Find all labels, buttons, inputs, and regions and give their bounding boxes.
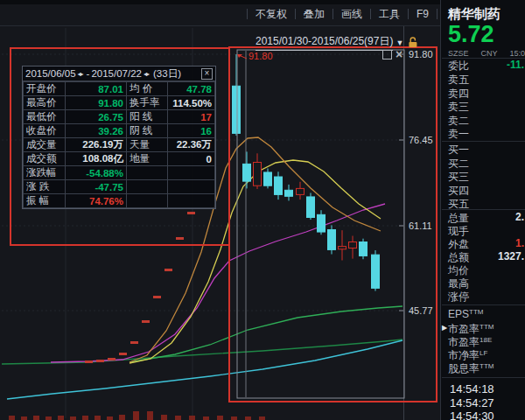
order-book-row-buy: 买三 [448,170,524,182]
mini-candle [96,360,104,362]
candle-body [372,255,380,288]
candle-body [360,242,368,256]
ratio-row[interactable]: ▶市盈率TTM [448,322,524,334]
ratio-row: 市盈率18E [448,335,524,347]
order-book-row-sell: 卖三 [448,100,524,112]
weibi-row: 委比-11. [448,59,524,71]
stat-label: 阳 线 [127,110,168,124]
candle-body [233,86,241,133]
toolbar-item-2[interactable]: 叠加 [296,7,332,22]
axis-label: 76.45 [409,135,433,145]
selection-box-controls: × [382,50,402,60]
volume-bar [82,416,88,420]
row-value: 2. [515,211,524,223]
chevron-down-icon[interactable]: ▼ [396,38,403,47]
stat-label: 最低价 [24,110,66,124]
stat-value [168,166,215,180]
toolbar-item-5[interactable]: F9 [409,8,437,20]
mini-candle [119,353,127,355]
candle-body [297,188,304,194]
table-row: 成交额108.08亿地量0 [24,152,215,166]
date-range-header[interactable]: 2015/01/30-2015/06/25(97日) ▼ [256,34,418,51]
candle-body [307,197,315,218]
stat-label [127,194,168,208]
order-book-row-buy: 买五 [448,197,524,209]
order-book-row-sell: 卖一 [448,127,524,139]
stat-label: 收盘价 [24,124,66,138]
stat-label [127,180,168,194]
period-days: (33日) [153,67,181,80]
volume-bar [217,416,223,420]
close-icon[interactable]: × [396,50,402,60]
table-row: 最高价91.80换手率114.50% [24,96,215,110]
stat-label: 成交量 [24,138,66,152]
ratio-superscript: TTM [480,362,494,370]
table-row: 成交量226.19万天量22.36万 [24,138,215,152]
row-label: 外盘 [448,237,469,249]
volume-bar [147,411,153,420]
ratio-superscript: LF [480,349,487,357]
play-arrow-icon[interactable]: ▶ [442,324,447,332]
stat-value: 226.19万 [66,138,127,152]
close-icon[interactable]: × [201,68,213,80]
unlock-icon[interactable] [408,37,418,48]
mini-candle [187,212,195,214]
volume-bar [94,416,101,420]
stat-value: 114.50% [168,96,215,110]
ma-green2-line [130,306,402,362]
volume-bar [161,415,167,420]
exchange-label: SZSE [448,49,469,58]
mini-candle [130,341,138,344]
row-value: 1. [515,237,524,249]
row-label: 现手 [448,224,469,236]
axis-label: 45.77 [409,305,433,316]
row-label: 卖三 [448,100,469,112]
stat-row: 总量2. [448,211,524,223]
stat-value: -47.75 [66,180,127,194]
candle-body [264,172,272,186]
row-label: 买二 [448,157,469,169]
stat-label: 成交额 [24,152,66,166]
ratio-label: 市盈率18E [448,335,492,347]
volume-bar [107,416,113,420]
volume-bar [175,416,181,420]
toolbar-item-3[interactable]: 画线 [333,7,370,22]
stat-label: 换手率 [127,96,168,110]
row-label: 委比 [448,59,469,71]
tick-time: 14:54:18 [450,382,494,396]
table-row: 收盘价39.26阴 线16 [24,124,215,138]
row-label: 涨停 [448,290,469,302]
mini-candle [164,269,172,271]
candle-body [243,164,251,181]
pager-arrows-icon[interactable]: ◂▸ [144,70,149,78]
maximize-icon[interactable] [382,50,392,60]
toolbar-item-1[interactable]: 不复权 [248,7,295,22]
order-book-row-sell: 卖五 [448,73,524,85]
ratio-superscript: 18E [480,336,492,344]
table-row: 涨跌幅-54.88% [24,166,215,180]
toolbar-item-4[interactable]: 工具 [371,7,408,22]
ratio-label: 市盈率TTM [448,322,494,334]
pager-arrows-icon[interactable]: ◂▸ [78,70,83,78]
stat-value [168,194,215,208]
stat-row: 总额1327. [448,250,524,262]
ratio-label: 股息率TTM [448,361,494,374]
stat-row: 外盘1. [448,237,524,249]
candle-body [285,190,293,196]
stat-label [127,166,168,180]
sidebar-divider [442,141,525,142]
order-book-row-buy: 买二 [448,157,524,169]
ma-green-line [2,340,402,364]
ratio-row: EPSTTM [448,308,524,320]
period-stats-table: 开盘价87.01均 价47.78最高价91.80换手率114.50%最低价26.… [23,81,215,208]
candle-body [328,230,336,250]
candle-body [339,247,346,249]
stat-row: 最高 [448,276,524,289]
row-label: 买三 [448,170,469,182]
stat-label: 天量 [127,138,168,152]
row-value: -11. [507,59,524,71]
high-annotation: 91.80 [236,51,273,61]
stat-value: 108.08亿 [66,152,127,166]
period-from: 2015/06/05 [25,68,76,79]
date-range-label[interactable]: 2015/01/30-2015/06/25(97日) [256,34,393,51]
